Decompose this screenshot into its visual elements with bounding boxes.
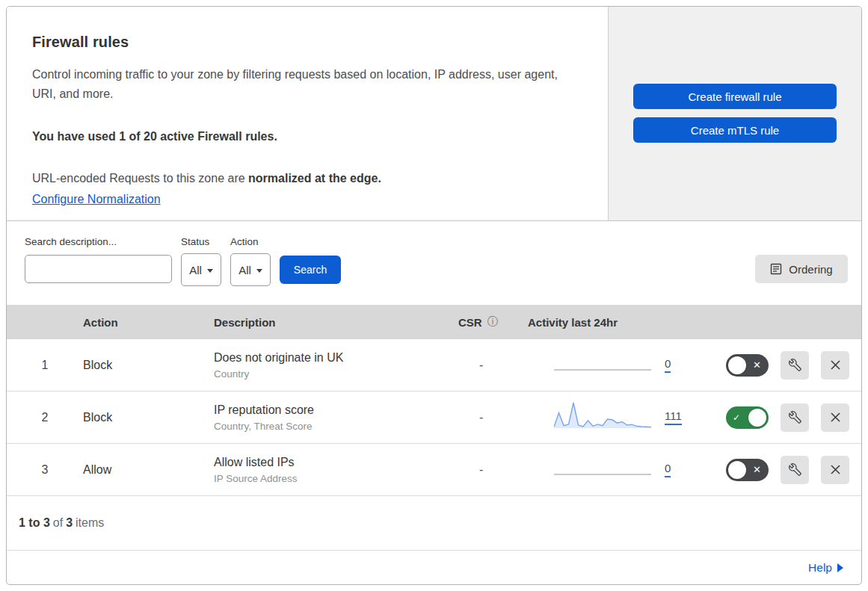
close-icon — [830, 464, 841, 475]
rule-csr: - — [438, 411, 517, 424]
rule-action: Allow — [83, 463, 214, 477]
delete-rule-button[interactable] — [821, 403, 849, 432]
activity-sparkline — [554, 452, 651, 482]
spacer-label — [280, 236, 341, 247]
rule-enabled-toggle[interactable]: ✕ — [726, 459, 769, 481]
page-title: Firewall rules — [32, 34, 578, 51]
toggle-knob — [748, 409, 766, 427]
wrench-icon — [789, 463, 801, 476]
info-icon[interactable]: ⓘ — [487, 315, 498, 329]
filter-controls: Search description... Status All Action — [25, 236, 341, 286]
rule-enabled-toggle[interactable]: ✓ — [726, 406, 769, 429]
status-group: Status All — [181, 236, 221, 286]
wrench-icon — [789, 411, 801, 424]
action-group: Action All — [230, 236, 271, 286]
csr-column-header: CSR ⓘ — [438, 315, 517, 329]
action-select[interactable]: All — [230, 253, 271, 286]
rule-fields: Country, Threat Score — [214, 421, 438, 432]
search-label: Search description... — [25, 236, 172, 247]
action-column-header: Action — [83, 316, 214, 329]
rule-enabled-toggle[interactable]: ✕ — [726, 354, 769, 377]
rule-action: Block — [83, 359, 214, 372]
action-select-value: All — [238, 264, 251, 276]
page-description: Control incoming traffic to your zone by… — [32, 65, 570, 104]
header-section: Firewall rules Control incoming traffic … — [7, 7, 861, 221]
search-input[interactable] — [39, 263, 174, 275]
activity-column-header: Activity last 24hr — [517, 316, 704, 329]
rule-activity: 0 — [517, 347, 704, 383]
search-button-group: Search — [280, 236, 341, 286]
wrench-icon — [789, 359, 801, 371]
activity-count-link[interactable]: 0 — [665, 357, 671, 373]
items-total: 3 — [66, 516, 73, 530]
delete-rule-button[interactable] — [821, 456, 849, 484]
items-of: of — [53, 516, 63, 530]
toggle-knob — [728, 356, 746, 374]
items-range: 1 to 3 — [19, 516, 50, 530]
ordering-button[interactable]: Ordering — [755, 255, 848, 283]
help-label: Help — [808, 561, 832, 575]
delete-rule-button[interactable] — [821, 351, 849, 380]
rule-action: Block — [83, 411, 214, 424]
table-row: 2 Block IP reputation score Country, Thr… — [7, 392, 861, 444]
rule-number: 3 — [7, 463, 83, 477]
usage-summary: You have used 1 of 20 active Firewall ru… — [32, 127, 570, 146]
close-icon — [830, 359, 841, 371]
items-word: items — [76, 516, 104, 530]
filter-bar: Search description... Status All Action — [7, 221, 861, 305]
ordering-button-label: Ordering — [789, 263, 832, 276]
create-mtls-rule-button[interactable]: Create mTLS rule — [633, 117, 837, 143]
status-select-value: All — [189, 264, 202, 276]
csr-header-label: CSR — [458, 316, 482, 329]
chevron-down-icon — [207, 269, 213, 273]
pagination-summary: 1 to 3 of 3 items — [7, 496, 861, 551]
rule-activity: 111 — [517, 400, 704, 435]
search-group: Search description... — [25, 236, 172, 286]
activity-sparkline — [554, 347, 651, 377]
firewall-rules-card: Firewall rules Control incoming traffic … — [6, 6, 862, 585]
rule-description: Allow listed IPs IP Source Address — [214, 456, 438, 484]
rule-fields: Country — [214, 368, 438, 380]
edit-rule-button[interactable] — [781, 403, 809, 432]
activity-count-link[interactable]: 0 — [665, 462, 671, 477]
rule-number: 2 — [7, 411, 83, 424]
rule-description: Does not originate in UK Country — [214, 351, 438, 380]
rule-description: IP reputation score Country, Threat Scor… — [214, 403, 438, 432]
rule-controls: ✓ — [704, 403, 861, 432]
activity-sparkline — [554, 400, 651, 430]
rule-activity: 0 — [517, 452, 704, 487]
table-row: 1 Block Does not originate in UK Country… — [7, 339, 861, 392]
table-row: 3 Allow Allow listed IPs IP Source Addre… — [7, 444, 861, 496]
edit-rule-button[interactable] — [781, 351, 809, 380]
toggle-state-icon: ✕ — [753, 354, 761, 377]
create-firewall-rule-button[interactable]: Create firewall rule — [633, 84, 837, 109]
rule-controls: ✕ — [704, 456, 861, 484]
rule-title: Does not originate in UK — [214, 351, 438, 365]
description-column-header: Description — [214, 316, 438, 329]
edit-rule-button[interactable] — [781, 456, 809, 484]
normalization-bold: normalized at the edge. — [248, 172, 381, 185]
toggle-state-icon: ✕ — [753, 459, 761, 481]
table-header: Action Description CSR ⓘ Activity last 2… — [7, 305, 861, 339]
chevron-down-icon — [256, 269, 262, 273]
rule-fields: IP Source Address — [214, 473, 438, 484]
action-label: Action — [230, 236, 271, 247]
search-button[interactable]: Search — [280, 256, 341, 284]
status-select[interactable]: All — [181, 253, 221, 286]
rule-title: IP reputation score — [214, 403, 438, 417]
help-link[interactable]: Help — [808, 561, 843, 575]
cta-panel: Create firewall rule Create mTLS rule — [608, 7, 861, 220]
intro-panel: Firewall rules Control incoming traffic … — [7, 7, 608, 220]
rule-title: Allow listed IPs — [214, 456, 438, 469]
rule-controls: ✕ — [704, 351, 861, 380]
search-field[interactable] — [25, 255, 172, 283]
configure-normalization-link[interactable]: Configure Normalization — [32, 193, 161, 205]
rule-csr: - — [438, 463, 517, 477]
ordering-list-icon — [770, 263, 782, 275]
close-icon — [830, 412, 841, 423]
rule-number: 1 — [7, 359, 83, 372]
activity-count-link[interactable]: 111 — [665, 409, 682, 425]
help-bar: Help — [7, 551, 861, 584]
arrow-right-icon — [837, 563, 843, 572]
normalization-prefix: URL-encoded Requests to this zone are — [32, 172, 248, 185]
